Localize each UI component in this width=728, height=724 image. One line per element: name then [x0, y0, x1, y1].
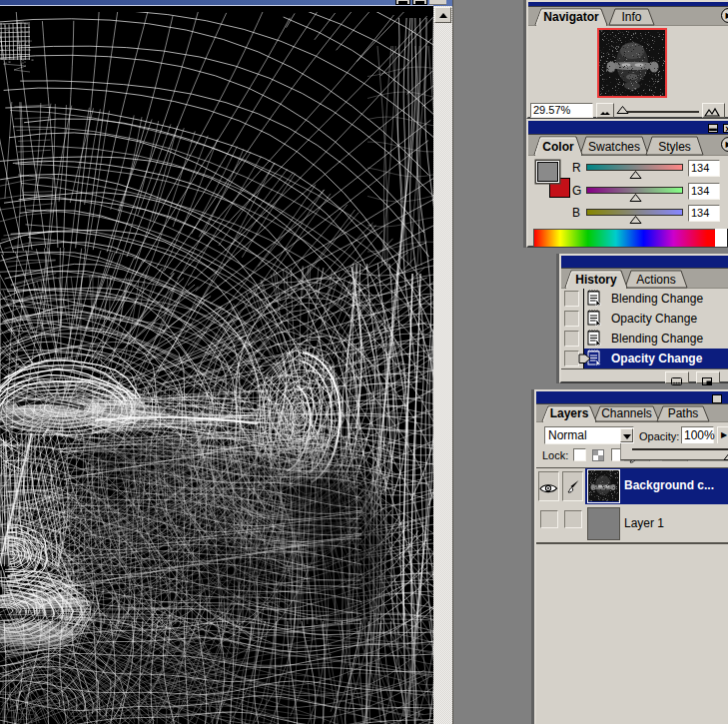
svg-text:Navigator: Navigator: [543, 10, 599, 24]
svg-text:Actions: Actions: [636, 273, 675, 287]
svg-text:History: History: [575, 273, 617, 287]
svg-text:Paths: Paths: [668, 406, 699, 420]
svg-text:Channels: Channels: [601, 406, 652, 420]
svg-text:Info: Info: [621, 10, 641, 24]
svg-text:Swatches: Swatches: [588, 140, 640, 154]
svg-text:Styles: Styles: [658, 140, 691, 154]
svg-text:Color: Color: [542, 140, 574, 154]
svg-text:Layers: Layers: [550, 406, 589, 420]
